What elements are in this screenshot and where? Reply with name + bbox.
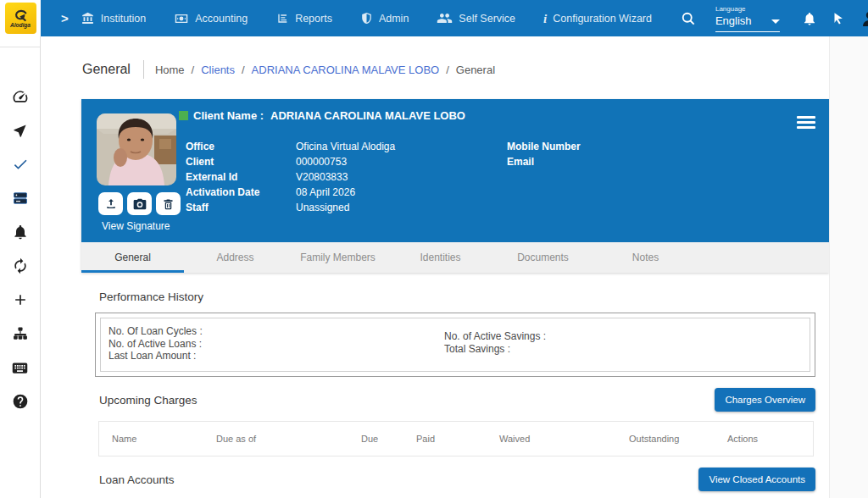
breadcrumb-separator: /	[192, 64, 195, 76]
nav-item-admin[interactable]: Admin	[360, 11, 409, 25]
breadcrumb-separator: /	[242, 64, 245, 76]
top-navbar: Alodiga > Institution Accounting Reports…	[0, 0, 868, 36]
sidenav-toggle-chevron[interactable]: >	[61, 11, 69, 25]
client-name-row: Client Name : ADRIANA CAROLINA MALAVE LO…	[179, 109, 465, 122]
tab-documents[interactable]: Documents	[492, 242, 594, 273]
tab-identities[interactable]: Identities	[389, 242, 492, 273]
view-closed-accounts-button[interactable]: View Closed Accounts	[698, 468, 815, 491]
client-actions-menu-icon[interactable]	[797, 116, 815, 131]
breadcrumb-separator: /	[446, 64, 449, 76]
detail-row-email: Email	[507, 154, 617, 169]
reports-icon	[275, 12, 289, 25]
tab-address[interactable]: Address	[184, 242, 287, 273]
nav-item-label: Reports	[295, 13, 332, 25]
nav-item-configuration-wizard[interactable]: i Configuration Wizard	[543, 13, 652, 25]
nav-item-institution[interactable]: Institution	[81, 11, 147, 25]
keyboard-icon[interactable]	[0, 351, 41, 385]
search-icon[interactable]	[680, 10, 697, 27]
breadcrumb: General Home / Clients / ADRIANA CAROLIN…	[41, 36, 829, 79]
navigation-icon[interactable]	[0, 113, 41, 147]
last-loan-amount-label: Last Loan Amount :	[108, 350, 444, 362]
column-outstanding: Outstanding	[629, 434, 727, 444]
capture-photo-button[interactable]	[127, 192, 152, 215]
left-sidebar	[0, 36, 41, 498]
detail-row-office: Office Oficina Virtual Alodiga	[186, 139, 507, 154]
page-background-strip	[829, 36, 868, 498]
nav-item-label: Institution	[101, 13, 147, 25]
loan-cycles-label: No. Of Loan Cycles :	[108, 325, 444, 338]
performance-history-box: No. Of Loan Cycles : No. of Active Loans…	[95, 313, 815, 377]
alodiga-logo: Alodiga	[5, 3, 36, 34]
help-icon[interactable]	[0, 385, 41, 418]
camera-icon	[133, 198, 147, 210]
loan-accounts-title: Loan Accounts	[99, 473, 175, 486]
detail-row-activation-date: Activation Date 08 April 2026	[186, 185, 507, 200]
info-icon: i	[543, 13, 547, 25]
photo-actions	[98, 192, 181, 215]
language-label: Language	[715, 5, 780, 13]
active-status-icon	[179, 111, 188, 120]
breadcrumb-item-home[interactable]: Home	[155, 64, 185, 76]
check-icon[interactable]	[0, 147, 41, 181]
detail-row-mobile: Mobile Number	[507, 139, 617, 154]
nav-item-self-service[interactable]: Self Service	[437, 12, 515, 25]
client-photo[interactable]	[97, 113, 176, 185]
user-avatar[interactable]	[860, 8, 868, 29]
institution-icon	[81, 11, 95, 25]
language-value: English	[715, 14, 752, 27]
app-logo[interactable]: Alodiga	[0, 0, 41, 36]
client-contact: Mobile Number Email	[507, 139, 617, 215]
pointer-icon[interactable]	[831, 11, 846, 26]
breadcrumb-divider	[143, 60, 144, 79]
notifications-bell-icon[interactable]	[802, 11, 817, 26]
nav-item-label: Accounting	[195, 13, 248, 25]
trash-icon	[162, 197, 175, 211]
nav-item-accounting[interactable]: Accounting	[174, 12, 248, 25]
client-card: View Signature Client Name : ADRIANA CAR…	[81, 99, 829, 273]
self-service-icon	[437, 12, 453, 25]
client-details: Office Oficina Virtual Alodiga Client 00…	[186, 139, 507, 215]
client-name-value: ADRIANA CAROLINA MALAVE LOBO	[270, 109, 465, 122]
sidebar-header-divider	[0, 36, 40, 47]
detail-row-staff: Staff Unassigned	[186, 200, 507, 215]
client-tabs: General Address Family Members Identitie…	[81, 242, 829, 273]
page-title: General	[82, 62, 131, 77]
column-paid: Paid	[416, 434, 499, 444]
tab-notes[interactable]: Notes	[594, 242, 697, 273]
tab-general[interactable]: General	[81, 242, 184, 273]
breadcrumb-item-clients[interactable]: Clients	[201, 64, 235, 76]
upcoming-charges-title: Upcoming Charges	[99, 394, 198, 407]
language-select[interactable]: Language English	[715, 5, 780, 32]
active-loans-label: No. of Active Loans :	[108, 338, 444, 351]
nav-item-reports[interactable]: Reports	[275, 12, 332, 25]
client-name-label: Client Name :	[193, 109, 264, 122]
bell-icon[interactable]	[0, 215, 41, 249]
chevron-down-icon	[771, 19, 780, 24]
total-savings-label: Total Savings :	[444, 343, 546, 356]
view-signature-link[interactable]: View Signature	[102, 220, 170, 232]
accounting-icon	[174, 12, 189, 25]
dashboard-icon[interactable]	[0, 80, 41, 113]
column-due: Due	[361, 434, 416, 444]
plus-icon[interactable]	[0, 283, 41, 317]
upload-icon	[104, 197, 118, 211]
navbar-right-cluster: Language English	[680, 5, 868, 32]
breadcrumb-item-general: General	[456, 64, 495, 76]
column-waived: Waived	[499, 434, 629, 444]
detail-row-external-id: External Id V20803833	[186, 169, 507, 185]
sync-icon[interactable]	[0, 249, 41, 283]
nav-item-label: Configuration Wizard	[553, 13, 652, 25]
upload-photo-button[interactable]	[98, 192, 123, 215]
active-savings-label: No. of Active Savings :	[444, 330, 546, 343]
column-name: Name	[99, 434, 216, 444]
tab-family-members[interactable]: Family Members	[287, 242, 389, 273]
performance-history-title: Performance History	[99, 290, 829, 303]
dns-icon[interactable]	[0, 181, 41, 215]
nav-item-label: Admin	[379, 13, 409, 25]
sitemap-icon[interactable]	[0, 317, 41, 351]
breadcrumb-item-client-name[interactable]: ADRIANA CAROLINA MALAVE LOBO	[252, 64, 440, 76]
logo-brand-text: Alodiga	[10, 22, 31, 28]
column-due-as-of: Due as of	[216, 434, 361, 444]
charges-overview-button[interactable]: Charges Overview	[715, 388, 815, 412]
delete-photo-button[interactable]	[156, 192, 181, 215]
